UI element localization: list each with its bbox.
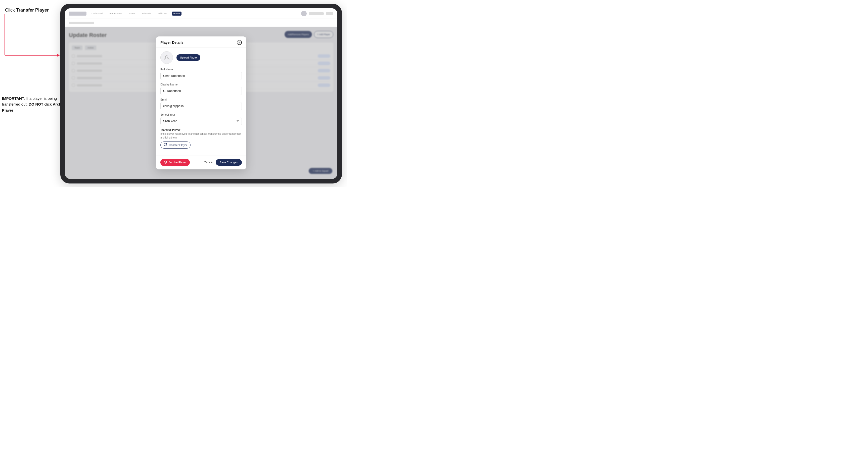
svg-line-5 — [165, 161, 166, 163]
full-name-group: Full Name — [160, 68, 242, 80]
transfer-player-button[interactable]: Transfer Player — [160, 142, 190, 149]
school-year-group: School Year Sixth Year Fifth Year Fourth… — [160, 113, 242, 125]
svg-point-3 — [165, 56, 168, 58]
nav-item-addons[interactable]: Add-Ons — [156, 11, 168, 15]
app-logo — [69, 11, 87, 15]
click-bold-label: Transfer Player — [16, 7, 49, 12]
modal-footer: Archive Player Cancel Save Changes — [156, 156, 246, 169]
display-name-label: Display Name — [160, 83, 242, 86]
archive-icon — [164, 161, 167, 164]
nav-avatar — [301, 11, 307, 16]
modal-body: Upload Photo Full Name Display Name — [156, 48, 246, 156]
instruction-panel: Click Transfer Player — [0, 0, 70, 187]
nav-item-tournaments[interactable]: Tournaments — [107, 11, 124, 15]
do-not-label: DO NOT — [29, 102, 43, 106]
modal-header: Player Details × — [156, 36, 246, 48]
archive-player-label: Archive Player — [168, 161, 186, 164]
player-details-modal: Player Details × — [156, 36, 246, 169]
nav-extra — [326, 12, 333, 15]
cancel-button[interactable]: Cancel — [204, 161, 213, 164]
school-year-select[interactable]: Sixth Year Fifth Year Fourth Year Third … — [160, 117, 242, 125]
do-not-suffix: click — [43, 102, 53, 106]
transfer-section-label: Transfer Player — [160, 128, 242, 131]
tablet-screen: Dashboard Tournaments Teams Schedule Add… — [65, 8, 337, 179]
click-instruction: Click Transfer Player — [5, 7, 65, 13]
save-changes-button[interactable]: Save Changes — [216, 159, 242, 166]
sub-navbar — [65, 19, 337, 27]
transfer-icon — [164, 143, 167, 147]
modal-overlay: Player Details × — [65, 27, 337, 179]
modal-title: Player Details — [160, 40, 184, 44]
full-name-input[interactable] — [160, 72, 242, 80]
nav-item-dashboard[interactable]: Dashboard — [90, 11, 104, 15]
upload-photo-button[interactable]: Upload Photo — [177, 54, 200, 61]
nav-user-name — [309, 12, 324, 15]
school-year-label: School Year — [160, 113, 242, 116]
email-group: Email — [160, 98, 242, 110]
nav-item-roster[interactable]: Roster — [172, 11, 182, 15]
display-name-input[interactable] — [160, 87, 242, 95]
nav-item-schedule[interactable]: Schedule — [141, 11, 153, 15]
app-navbar: Dashboard Tournaments Teams Schedule Add… — [65, 8, 337, 19]
avatar-placeholder — [160, 51, 173, 64]
important-label: IMPORTANT — [2, 96, 24, 100]
click-prefix: Click — [5, 7, 16, 12]
nav-item-teams[interactable]: Teams — [127, 11, 137, 15]
breadcrumb — [69, 22, 94, 24]
transfer-player-label: Transfer Player — [168, 144, 187, 147]
display-name-group: Display Name — [160, 83, 242, 95]
email-input[interactable] — [160, 102, 242, 110]
modal-close-button[interactable]: × — [237, 40, 242, 45]
tablet-frame: Dashboard Tournaments Teams Schedule Add… — [60, 4, 342, 184]
email-label: Email — [160, 98, 242, 101]
transfer-section-description: If this player has moved to another scho… — [160, 132, 242, 139]
archive-player-button[interactable]: Archive Player — [160, 159, 190, 166]
nav-right — [301, 11, 333, 16]
important-text-block: IMPORTANT: If a player is being transfer… — [2, 95, 67, 113]
full-name-label: Full Name — [160, 68, 242, 71]
footer-right: Cancel Save Changes — [204, 159, 242, 166]
transfer-section: Transfer Player If this player has moved… — [160, 128, 242, 149]
photo-upload-row: Upload Photo — [160, 51, 242, 64]
content-area: Update Roster Team Active — [65, 27, 337, 179]
